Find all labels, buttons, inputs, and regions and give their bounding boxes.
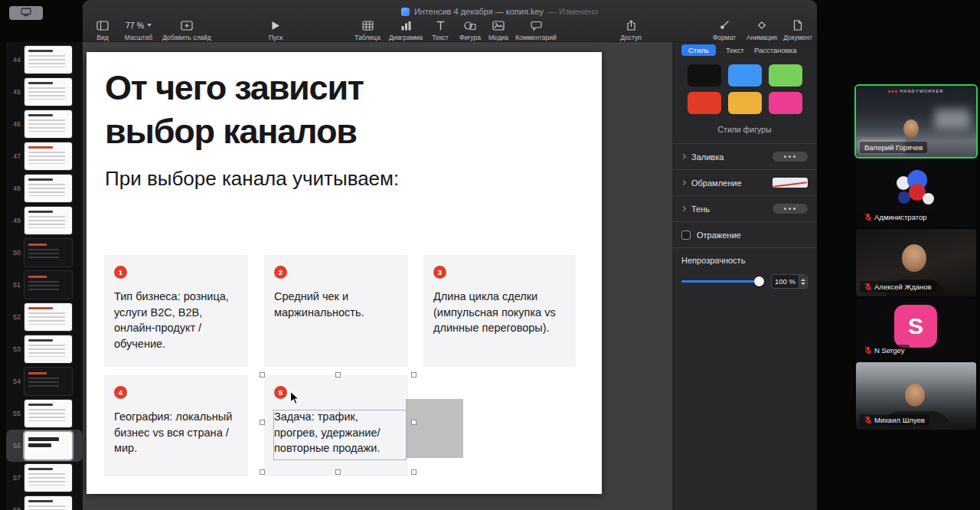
selection-handle-top-middle[interactable] <box>335 372 341 378</box>
swatch-green[interactable] <box>769 64 802 87</box>
stepper-up-icon <box>801 279 805 281</box>
opacity-stepper[interactable] <box>799 275 807 288</box>
reflection-row[interactable]: Отражение <box>672 221 817 247</box>
border-none-control[interactable] <box>773 178 808 188</box>
slide-thumbnail[interactable] <box>24 78 72 106</box>
reflection-label: Отражение <box>697 230 741 240</box>
tab-arrange[interactable]: Расстановка <box>754 46 797 54</box>
swatch-pink[interactable] <box>769 92 802 114</box>
opacity-value-field[interactable]: 100 % <box>771 274 808 289</box>
opacity-slider[interactable] <box>681 280 763 283</box>
slide-number: 58 <box>6 506 24 510</box>
slide-card-2[interactable]: 2 Средний чек и маржинальность. <box>264 255 408 367</box>
text-button[interactable]: Текст <box>426 20 455 41</box>
slide-thumbnail-row[interactable]: 45 <box>6 76 83 108</box>
slide-card-1[interactable]: 1 Тип бизнеса: розница, услуги B2C, B2B,… <box>104 255 248 367</box>
opacity-slider-knob[interactable] <box>754 276 764 286</box>
border-row[interactable]: Обрамление <box>672 169 817 195</box>
animate-button[interactable]: Анимация <box>741 20 782 41</box>
participant-tile[interactable]: Михаил Шлуев <box>856 362 976 430</box>
tab-text[interactable]: Текст <box>726 46 744 54</box>
selection-handle-middle-left[interactable] <box>260 420 265 425</box>
fill-row[interactable]: Заливка <box>672 143 817 169</box>
participant-tile[interactable]: Алексей Жданов <box>856 229 976 296</box>
shadow-control[interactable] <box>773 204 808 214</box>
zoom-control[interactable]: 77 % Масштаб <box>116 20 161 41</box>
swatch-orange[interactable] <box>728 92 762 114</box>
slide-card-3[interactable]: 3 Длина цикла сделки (импульсная покупка… <box>423 255 576 367</box>
slide-thumbnail-row[interactable]: 44 <box>6 44 83 76</box>
slide-thumbnail-row[interactable]: 48 <box>6 172 83 204</box>
slide-card-4[interactable]: 4 География: локальный бизнес vs вся стр… <box>104 375 248 476</box>
share-button[interactable]: Доступ <box>612 20 649 41</box>
slide-thumbnail[interactable] <box>24 175 72 202</box>
slide-thumbnail[interactable] <box>24 46 72 74</box>
slide-thumbnail-row[interactable]: 47 <box>6 140 83 172</box>
add-slide-button[interactable]: Добавить слайд <box>159 20 214 41</box>
slide-thumbnail-row[interactable]: 53 <box>6 333 83 365</box>
slide-thumbnail-row[interactable]: 52 <box>6 301 83 333</box>
slide-thumbnail-row[interactable]: 51 <box>6 269 83 301</box>
slide-number: 53 <box>6 345 24 353</box>
slide-number: 54 <box>6 378 24 385</box>
table-button[interactable]: Таблица <box>349 20 386 41</box>
muted-mic-icon <box>864 346 872 355</box>
slide-thumbnail[interactable] <box>24 464 72 492</box>
view-button[interactable]: Вид <box>86 20 119 41</box>
tab-style[interactable]: Стиль <box>681 44 716 56</box>
participant-tile[interactable]: S N Sergey <box>856 299 976 360</box>
floating-share-control[interactable] <box>9 6 43 20</box>
participant-tile[interactable]: Администратор <box>856 159 976 227</box>
fill-control[interactable] <box>773 152 808 162</box>
slide-thumbnail-row[interactable]: 57 <box>6 462 83 494</box>
chart-label: Диаграмма <box>389 34 423 41</box>
shadow-row[interactable]: Тень <box>672 195 817 221</box>
chart-button[interactable]: Диаграмма <box>384 20 427 41</box>
slide-thumbnail[interactable] <box>24 303 72 331</box>
document-title: Интенсив 4 декабря — копия.key <box>414 7 544 16</box>
participant-tile-active-speaker[interactable]: HANDYWORKER Валерий Горячев <box>856 86 976 157</box>
participant-name: N Sergey <box>860 345 910 356</box>
slide-thumbnail[interactable] <box>24 239 72 266</box>
slide-thumbnail[interactable] <box>24 271 72 299</box>
slide-thumbnail[interactable] <box>24 400 72 427</box>
swatch-blue[interactable] <box>728 64 762 87</box>
inspector-tabs: Стиль Текст Расстановка <box>672 42 817 61</box>
slide-thumbnail[interactable] <box>24 368 72 395</box>
text-label: Текст <box>432 34 448 41</box>
slide-thumbnail-row[interactable]: 49 <box>6 204 83 237</box>
slide-thumbnail-row-selected[interactable]: 56 <box>6 430 83 462</box>
selection-handle-middle-right[interactable] <box>411 420 416 425</box>
keynote-titlebar-toolbar: Интенсив 4 декабря — копия.key — Изменен… <box>83 0 817 42</box>
slide-thumbnail-row[interactable]: 58 <box>6 494 83 510</box>
slide-thumbnail-row[interactable]: 54 <box>6 365 83 397</box>
slide-title-textbox[interactable]: От чего зависит выбор каналов <box>105 66 364 153</box>
media-button[interactable]: Медиа <box>482 20 514 41</box>
selection-handle-bottom-left[interactable] <box>260 469 265 475</box>
format-button[interactable]: Формат <box>705 20 743 41</box>
slide-thumbnail[interactable] <box>24 142 72 170</box>
swatch-black[interactable] <box>688 64 721 87</box>
fill-label: Заливка <box>691 152 724 162</box>
slide-thumbnail-row[interactable]: 46 <box>6 108 83 140</box>
slide-thumbnail[interactable] <box>24 496 72 510</box>
selection-handle-bottom-middle[interactable] <box>335 469 341 475</box>
selection-handle-top-right[interactable] <box>411 372 416 378</box>
reflection-checkbox[interactable] <box>681 230 691 240</box>
selection-handle-top-left[interactable] <box>260 372 265 378</box>
slide-subtitle-textbox[interactable]: При выборе канала учитываем: <box>105 167 399 191</box>
slide-thumbnail-row[interactable]: 50 <box>6 237 83 269</box>
document-button[interactable]: Документ <box>779 20 816 41</box>
slide-thumbnail-row[interactable]: 55 <box>6 397 83 430</box>
slide-thumbnail[interactable] <box>24 432 72 459</box>
swatch-red[interactable] <box>688 92 721 114</box>
comment-button[interactable]: Комментарий <box>511 20 560 41</box>
opacity-label: Непрозрачность <box>681 256 808 265</box>
slide-thumbnail[interactable] <box>24 110 72 138</box>
selection-handle-bottom-right[interactable] <box>411 469 416 475</box>
disclosure-icon <box>681 206 686 211</box>
slide-number: 55 <box>6 410 24 417</box>
slide-thumbnail[interactable] <box>24 335 72 363</box>
slide-thumbnail[interactable] <box>24 207 72 234</box>
play-button[interactable]: Пуск <box>257 20 294 41</box>
